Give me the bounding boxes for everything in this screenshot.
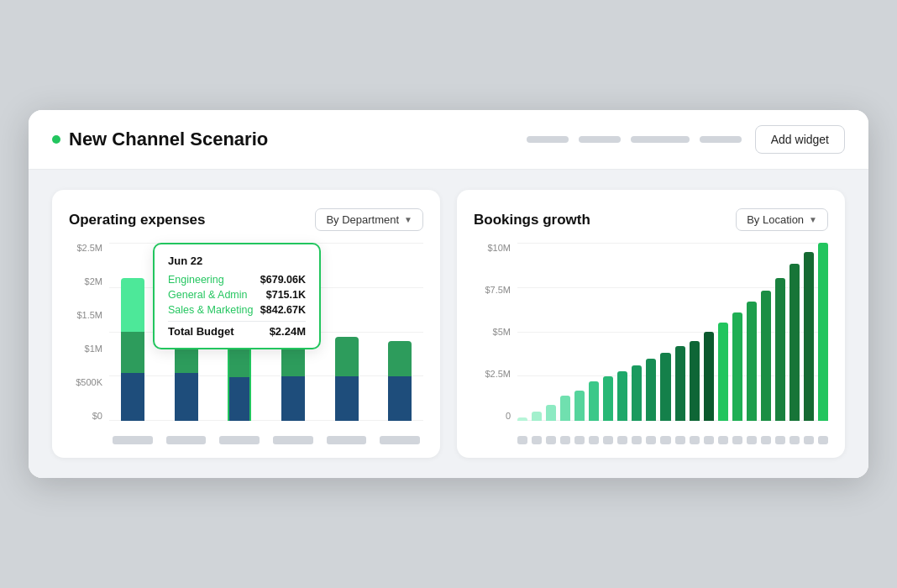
op-bar-seg-mid [121,332,144,373]
operating-expenses-card: Operating expenses By Department ▼ $2. [52,190,440,458]
tooltip-label: Sales & Marketing [168,304,253,316]
tooltip-row: Sales & Marketing $842.67K [168,304,306,316]
bk-x-labels [517,436,828,444]
bk-bar [546,405,556,421]
bk-bar [775,278,785,421]
bk-y-label: $7.5M [485,285,511,295]
app-window: New Channel Scenario Add widget Operatin… [29,110,868,478]
status-dot [52,135,60,144]
bk-bar [804,252,814,421]
bk-y-label: 0 [506,411,511,421]
op-chart-header: Operating expenses By Department ▼ [69,208,423,231]
bk-x-label [632,436,642,444]
op-chart-area: $2.5M $2M $1.5M $1M $500K $0 [69,243,423,444]
bookings-growth-card: Bookings growth By Location ▼ $10M [457,190,845,458]
op-bar-seg-bottom [281,376,305,421]
bk-x-label [690,436,700,444]
op-y-label: $1M [85,344,102,354]
op-bar-seg-bottom [388,376,412,421]
op-bar-stack [121,278,144,421]
bk-bar [617,371,627,421]
bk-bar [761,291,771,421]
tab-pill-1[interactable] [527,136,569,143]
op-bar-group [376,243,423,421]
page-title: New Channel Scenario [69,129,268,150]
tooltip-row: Engineering $679.06K [168,274,306,286]
bk-y-labels: $10M $7.5M $5M $2.5M 0 [474,243,516,421]
op-x-label [380,436,420,444]
op-bar-seg-top [121,278,144,332]
op-bar-seg-bottom [175,373,198,421]
tooltip-total-value: $2.24M [270,325,306,338]
header-left: New Channel Scenario [52,129,268,150]
bk-x-label [517,436,527,444]
bk-bar [603,376,613,421]
op-dropdown-button[interactable]: By Department ▼ [315,208,423,231]
bk-chevron-icon: ▼ [809,215,817,224]
tooltip-value: $679.06K [260,274,306,286]
add-widget-button[interactable]: Add widget [755,125,845,154]
header-tabs [527,136,742,143]
bk-chart-area: $10M $7.5M $5M $2.5M 0 [474,243,828,444]
bk-x-label [804,436,814,444]
op-x-labels [109,436,423,444]
op-chevron-icon: ▼ [404,215,412,224]
bk-bar [704,332,714,421]
bk-x-label [532,436,542,444]
bk-bar [560,396,570,421]
main-content: Operating expenses By Department ▼ $2. [29,170,868,478]
bk-x-label [574,436,585,444]
bk-bar [646,359,656,421]
bk-bar [789,264,800,421]
bk-bars-area [517,243,828,421]
bk-x-label [646,436,656,444]
bk-bar [718,323,728,421]
bk-bar [732,312,742,421]
bk-x-label [818,436,828,444]
op-bar-seg-bottom [335,376,359,421]
bk-bar [818,243,828,421]
tab-pill-3[interactable] [631,136,690,143]
tooltip-total-row: Total Budget $2.24M [168,321,306,338]
bk-bar [589,381,599,421]
bk-x-label [789,436,800,444]
bk-bar [632,365,642,421]
op-x-label [219,436,260,444]
op-y-label: $500K [76,377,102,387]
tooltip-total-label: Total Budget [168,325,233,338]
op-bar-seg-mid [335,337,359,376]
tooltip-date: Jun 22 [168,255,306,267]
tab-pill-4[interactable] [700,136,742,143]
tab-pill-2[interactable] [579,136,621,143]
op-bar-group [109,243,156,421]
bk-bar [660,353,670,421]
bk-dropdown-button[interactable]: By Location ▼ [736,208,828,231]
op-x-label [273,436,313,444]
bk-x-label [589,436,599,444]
op-chart-title: Operating expenses [69,212,206,228]
bk-x-label [747,436,757,444]
op-bar-stack [281,339,305,421]
bk-x-label [660,436,670,444]
bk-bar [690,341,700,421]
tooltip-row: General & Admin $715.1K [168,289,306,301]
bk-x-label [560,436,570,444]
op-dropdown-label: By Department [326,213,399,226]
op-bar-group [323,243,370,421]
bk-bar [574,391,585,421]
bk-x-label [775,436,785,444]
bk-chart-title: Bookings growth [474,212,590,228]
bk-x-label [603,436,613,444]
bk-y-label: $5M [493,327,511,337]
bk-y-label: $2.5M [485,369,511,379]
bk-bar [675,346,685,421]
bk-bar [747,302,757,421]
header-right: Add widget [527,125,845,154]
op-x-label [327,436,367,444]
op-bar-stack [335,337,359,421]
bk-dropdown-label: By Location [747,213,804,226]
op-y-label: $1.5M [76,310,102,320]
op-x-label [166,436,207,444]
op-bar-seg-bottom [229,377,249,421]
chart-tooltip: Jun 22 Engineering $679.06K General & Ad… [153,243,321,349]
